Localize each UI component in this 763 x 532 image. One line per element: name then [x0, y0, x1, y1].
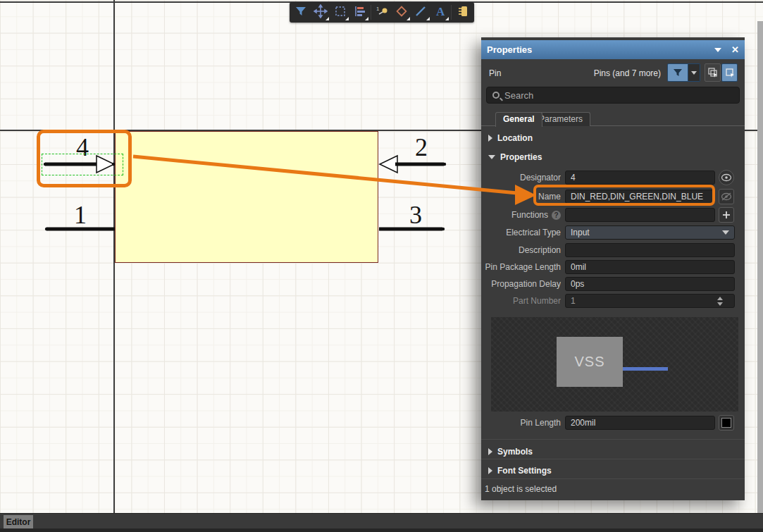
- pin-2-arrow[interactable]: [380, 156, 397, 173]
- part-number-spinner[interactable]: [715, 294, 725, 308]
- diamond-tool-button[interactable]: [392, 4, 411, 21]
- editor-tab[interactable]: Editor: [4, 515, 33, 528]
- part-tool-button[interactable]: [453, 4, 472, 21]
- pin-4-highlight-box: [37, 130, 132, 187]
- line-tool-button[interactable]: [411, 4, 430, 21]
- panel-title: Properties: [487, 44, 714, 55]
- selection-filter-dropdown[interactable]: [688, 63, 700, 82]
- eye-icon: [721, 173, 732, 182]
- functions-label: Functions: [511, 208, 548, 222]
- electrical-type-value: Input: [571, 228, 590, 237]
- section-location-label: Location: [497, 133, 533, 143]
- description-input[interactable]: [565, 243, 735, 257]
- filter-tool-button[interactable]: [292, 4, 311, 21]
- collapsed-triangle-icon: [488, 135, 492, 142]
- pin-preview: VSS: [491, 317, 738, 412]
- panel-titlebar[interactable]: Properties ✕: [481, 40, 745, 59]
- pin-package-length-label: Pin Package Length: [481, 260, 561, 274]
- eye-slash-icon: [721, 192, 732, 201]
- select-multi-icon: [707, 67, 719, 78]
- pin-color-button[interactable]: [719, 415, 734, 431]
- divider: [481, 478, 745, 479]
- collapsed-triangle-icon: [488, 467, 492, 474]
- dropdown-corner: [345, 17, 349, 20]
- propagation-delay-input[interactable]: [565, 277, 735, 291]
- search-box[interactable]: [486, 87, 740, 104]
- dropdown-corner: [445, 17, 449, 20]
- preview-symbol-label: VSS: [574, 354, 604, 370]
- section-properties[interactable]: Properties: [481, 150, 745, 164]
- toolbar-separator: [371, 5, 371, 20]
- part-number-label: Part Number: [481, 294, 561, 308]
- designator-input[interactable]: [565, 171, 715, 185]
- search-icon: [492, 92, 500, 99]
- chevron-down-icon: [722, 230, 729, 235]
- align-tool-button[interactable]: [350, 4, 369, 21]
- help-icon[interactable]: ?: [552, 211, 561, 220]
- name-input[interactable]: [565, 190, 715, 204]
- dropdown-corner: [365, 17, 368, 20]
- designator-visibility-button[interactable]: [719, 170, 734, 185]
- pin-3-designator[interactable]: 3: [403, 202, 428, 228]
- panel-tabs: General Parameters: [481, 112, 745, 126]
- section-location[interactable]: Location: [481, 131, 745, 145]
- section-font-settings[interactable]: Font Settings: [481, 464, 745, 478]
- designator-label: Designator: [481, 171, 561, 185]
- tab-general[interactable]: General: [495, 112, 542, 127]
- sheet-edge: [757, 21, 763, 513]
- pin-length-label: Pin Length: [481, 416, 561, 430]
- selection-status: 1 object is selected: [485, 484, 557, 494]
- propagation-delay-label: Propagation Delay: [481, 277, 561, 291]
- section-font-settings-label: Font Settings: [497, 466, 552, 476]
- add-function-button[interactable]: [719, 207, 734, 223]
- component-body[interactable]: [115, 131, 378, 263]
- select-single-icon: [724, 67, 736, 78]
- drawing-toolbar: 1 A: [290, 2, 474, 23]
- spinner-up-icon[interactable]: [717, 297, 723, 300]
- electrical-type-select[interactable]: Input: [565, 225, 735, 240]
- search-input[interactable]: [504, 90, 733, 101]
- properties-panel: Properties ✕ Pin Pins (and 7 more): [481, 37, 745, 500]
- name-visibility-button[interactable]: [719, 189, 734, 204]
- ic-part-icon: [456, 4, 470, 21]
- selection-tool-button[interactable]: [330, 4, 349, 21]
- svg-text:1: 1: [376, 6, 380, 12]
- selection-filter-button[interactable]: [667, 63, 688, 82]
- functions-input[interactable]: [565, 208, 715, 222]
- name-label: Name: [481, 190, 561, 204]
- electrical-type-label: Electrical Type: [481, 225, 561, 240]
- section-properties-label: Properties: [500, 152, 542, 162]
- panel-close-icon[interactable]: ✕: [731, 45, 739, 54]
- select-single-button[interactable]: [721, 63, 738, 82]
- pin-3-endpoint: [442, 228, 445, 230]
- pin-length-input[interactable]: [565, 416, 715, 430]
- select-objects-button[interactable]: [705, 63, 721, 82]
- text-tool-button[interactable]: A: [431, 4, 450, 21]
- spinner-down-icon[interactable]: [717, 302, 723, 306]
- expanded-triangle-icon: [488, 155, 495, 159]
- panel-menu-caret-icon[interactable]: [714, 48, 721, 52]
- dropdown-corner: [426, 17, 430, 20]
- move-tool-button[interactable]: [311, 4, 330, 21]
- object-header-row: Pin Pins (and 7 more): [481, 63, 745, 82]
- section-symbols-label: Symbols: [497, 447, 533, 457]
- selection-summary-label: Pins (and 7 more): [594, 68, 661, 78]
- plus-icon: [722, 211, 731, 219]
- part-number-input[interactable]: [565, 294, 735, 308]
- pin-probe-icon: 1: [375, 4, 389, 21]
- divider: [481, 439, 745, 440]
- functions-label-row: Functions ?: [481, 208, 561, 222]
- dropdown-corner: [325, 17, 329, 20]
- pin-package-length-input[interactable]: [565, 260, 735, 274]
- color-swatch: [721, 418, 731, 428]
- pin-1-designator[interactable]: 1: [68, 202, 93, 228]
- bottom-bar: Editor: [0, 513, 763, 532]
- pin-2-endpoint: [443, 163, 446, 166]
- section-symbols[interactable]: Symbols: [481, 445, 745, 459]
- preview-symbol-body: VSS: [557, 337, 623, 387]
- divider: [481, 459, 745, 459]
- svg-text:A: A: [436, 5, 445, 18]
- pin-tool-button[interactable]: 1: [373, 4, 392, 21]
- pin-2-designator[interactable]: 2: [409, 134, 434, 161]
- funnel-icon: [672, 67, 683, 78]
